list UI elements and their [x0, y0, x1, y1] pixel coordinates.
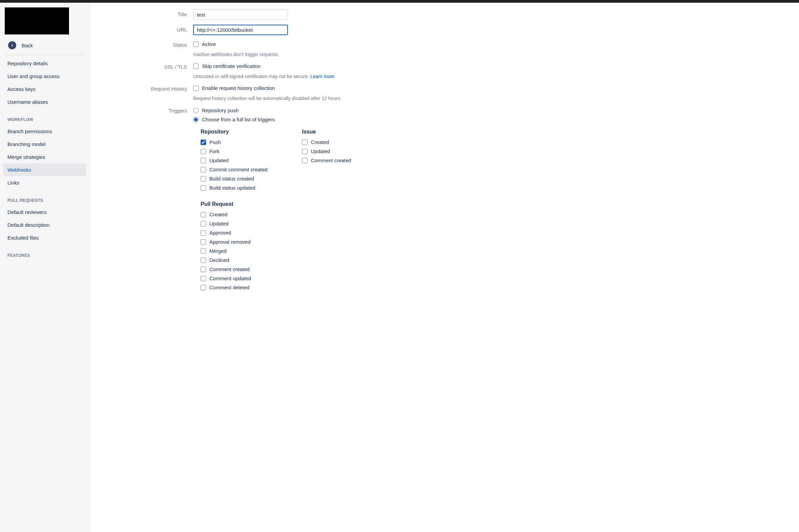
- trigger-pr-merged-label: Merged: [210, 248, 226, 254]
- ssl-hint: Untrusted or self-signed certificates ma…: [193, 74, 450, 79]
- arrow-left-icon: [8, 41, 16, 49]
- trigger-repo-updated[interactable]: [201, 158, 206, 163]
- trigger-repo-push[interactable]: [201, 139, 206, 145]
- ssl-hint-text: Untrusted or self-signed certificates ma…: [193, 74, 310, 79]
- status-label: Status: [98, 40, 193, 48]
- url-label: URL: [98, 25, 193, 33]
- history-checkbox-label: Enable request history collection: [202, 85, 275, 91]
- sidebar-item-webhooks[interactable]: Webhooks: [3, 164, 86, 176]
- active-checkbox[interactable]: [193, 42, 199, 47]
- trigger-repo-fork[interactable]: [201, 149, 206, 154]
- sidebar-item-excluded-files[interactable]: Excluded files: [3, 231, 86, 244]
- trigger-col-pull-request: Pull Request Created Updated Approved Ap…: [193, 201, 450, 292]
- main-content: Title URL Status Active Inactive webhook…: [90, 3, 799, 532]
- sidebar-item-links[interactable]: Links: [3, 176, 86, 189]
- trigger-repo-commit-comment-label: Commit comment created: [210, 167, 268, 172]
- repo-avatar: [5, 7, 69, 35]
- trigger-issue-created-label: Created: [311, 139, 329, 145]
- sidebar: Back Repository details User and group a…: [0, 3, 90, 532]
- sidebar-item-access-keys[interactable]: Access keys: [3, 83, 86, 95]
- trigger-pr-updated[interactable]: [201, 221, 206, 226]
- trigger-pr-created[interactable]: [201, 212, 206, 217]
- trigger-repo-commit-comment[interactable]: [201, 167, 206, 172]
- trigger-pr-updated-label: Updated: [210, 221, 229, 226]
- title-label: Title: [98, 10, 193, 17]
- trigger-radio-push[interactable]: [193, 108, 199, 113]
- trigger-pr-declined-label: Declined: [210, 257, 229, 263]
- trigger-repo-build-created[interactable]: [201, 176, 206, 182]
- trigger-pr-comment-created[interactable]: [201, 267, 206, 272]
- url-input[interactable]: [193, 25, 288, 35]
- triggers-label: Triggers: [98, 106, 193, 114]
- trigger-repo-build-updated-label: Build status updated: [210, 185, 255, 191]
- trigger-repo-fork-label: Fork: [210, 148, 220, 154]
- trigger-pr-declined[interactable]: [201, 258, 206, 263]
- sidebar-item-user-group-access[interactable]: User and group access: [3, 70, 86, 82]
- sidebar-heading-workflow: WORKFLOW: [3, 109, 86, 125]
- sidebar-item-username-aliases[interactable]: Username aliases: [3, 96, 86, 108]
- sidebar-item-merge-strategies[interactable]: Merge strategies: [3, 151, 86, 163]
- history-label: Request History: [98, 84, 193, 92]
- status-hint: Inactive webhooks don't trigger requests…: [193, 52, 450, 57]
- trigger-issue-comment-created[interactable]: [302, 158, 308, 163]
- top-bar: [0, 0, 799, 3]
- title-input[interactable]: [193, 10, 288, 20]
- ssl-label: SSL / TLS: [98, 62, 193, 70]
- trigger-pr-comment-deleted[interactable]: [201, 285, 206, 290]
- trigger-repo-build-created-label: Build status created: [210, 176, 254, 182]
- trigger-pr-created-label: Created: [210, 212, 227, 217]
- back-label: Back: [22, 43, 33, 48]
- sidebar-heading-features: FEATURES: [3, 244, 86, 261]
- issue-heading: Issue: [302, 129, 383, 135]
- pr-heading: Pull Request: [201, 201, 450, 207]
- repository-heading: Repository: [201, 129, 282, 135]
- trigger-pr-comment-updated-label: Comment updated: [210, 276, 251, 281]
- back-button[interactable]: Back: [3, 38, 86, 53]
- trigger-radio-full-list-label: Choose from a full list of triggers: [202, 117, 275, 122]
- trigger-pr-merged[interactable]: [201, 248, 206, 254]
- sidebar-heading-pull-requests: PULL REQUESTS: [3, 189, 86, 206]
- skip-cert-checkbox[interactable]: [193, 63, 199, 69]
- sidebar-item-branch-permissions[interactable]: Branch permissions: [3, 125, 86, 137]
- trigger-issue-updated[interactable]: [302, 149, 308, 154]
- skip-cert-label: Skip certificate verification: [202, 63, 260, 69]
- trigger-pr-approval-removed[interactable]: [201, 239, 206, 245]
- trigger-repo-updated-label: Updated: [210, 157, 229, 163]
- learn-more-link[interactable]: Learn more: [310, 74, 334, 79]
- sidebar-item-branching-model[interactable]: Branching model: [3, 138, 86, 150]
- trigger-pr-comment-created-label: Comment created: [210, 266, 250, 272]
- trigger-col-issue: Issue Created Updated Comment created: [302, 129, 383, 192]
- trigger-repo-build-updated[interactable]: [201, 185, 206, 191]
- active-checkbox-label: Active: [202, 41, 216, 47]
- trigger-radio-push-label: Repository push: [202, 108, 238, 113]
- trigger-pr-comment-deleted-label: Comment deleted: [210, 285, 249, 290]
- trigger-pr-approval-removed-label: Approval removed: [210, 239, 251, 245]
- trigger-radio-full-list[interactable]: [193, 117, 199, 122]
- history-hint: Request history collection will be autom…: [193, 96, 450, 101]
- sidebar-item-default-reviewers[interactable]: Default reviewers: [3, 206, 86, 218]
- trigger-col-repository: Repository Push Fork Updated Commit comm…: [201, 129, 282, 192]
- trigger-pr-approved-label: Approved: [210, 230, 231, 235]
- trigger-issue-updated-label: Updated: [311, 148, 330, 154]
- trigger-issue-created[interactable]: [302, 139, 308, 145]
- divider: [5, 55, 85, 55]
- trigger-repo-push-label: Push: [210, 139, 221, 145]
- sidebar-item-default-description[interactable]: Default description: [3, 219, 86, 231]
- history-checkbox[interactable]: [193, 86, 199, 91]
- trigger-issue-comment-created-label: Comment created: [311, 157, 351, 163]
- trigger-pr-comment-updated[interactable]: [201, 276, 206, 281]
- trigger-pr-approved[interactable]: [201, 230, 206, 235]
- sidebar-item-repo-details[interactable]: Repository details: [3, 57, 86, 70]
